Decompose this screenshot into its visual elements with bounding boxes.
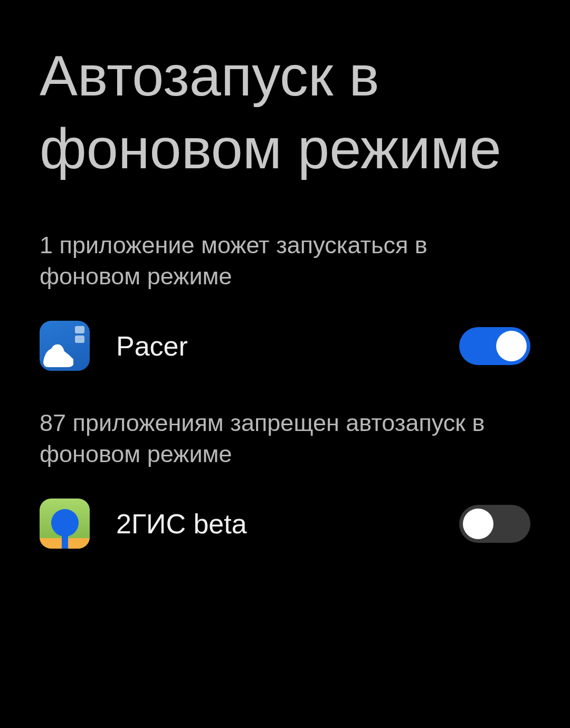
toggle-knob bbox=[496, 331, 527, 361]
page-title: Автозапуск в фоновом режиме bbox=[40, 40, 530, 185]
app-row-pacer[interactable]: Pacer bbox=[40, 313, 530, 379]
denied-section-label: 87 приложениям запрещен автозапуск в фон… bbox=[40, 408, 530, 470]
allowed-section-label: 1 приложение может запускаться в фоновом… bbox=[40, 230, 530, 292]
toggle-2gis[interactable] bbox=[459, 505, 530, 543]
pacer-app-icon bbox=[40, 321, 90, 371]
app-name-2gis: 2ГИС beta bbox=[116, 508, 459, 540]
app-row-2gis[interactable]: 2ГИС beta bbox=[40, 491, 530, 557]
app-name-pacer: Pacer bbox=[116, 330, 459, 362]
shoe-icon bbox=[41, 338, 78, 370]
2gis-app-icon bbox=[40, 499, 90, 549]
toggle-pacer[interactable] bbox=[459, 327, 530, 365]
toggle-knob bbox=[463, 509, 493, 539]
